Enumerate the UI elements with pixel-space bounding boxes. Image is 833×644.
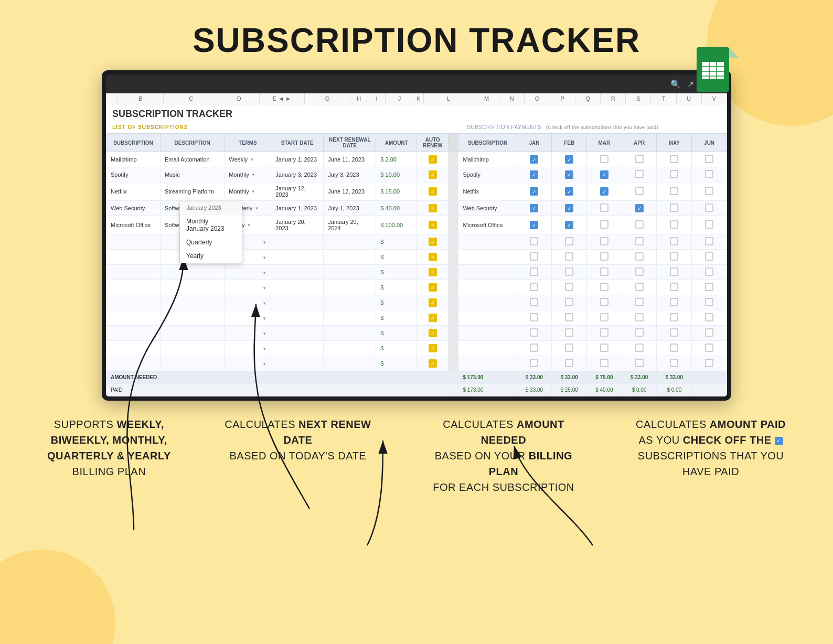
empty-cell-jun[interactable] — [692, 310, 727, 326]
empty-cell-jan[interactable] — [517, 310, 552, 326]
empty-cell-may[interactable] — [657, 341, 692, 356]
dropdown-item-quarterly[interactable]: Quarterly — [180, 235, 242, 249]
checkbox-unchecked[interactable] — [565, 359, 573, 367]
checkbox-checked[interactable]: ✓ — [565, 170, 573, 179]
empty-cell-jun[interactable] — [692, 356, 727, 371]
checkbox-unchecked[interactable] — [705, 283, 713, 291]
checkbox-unchecked[interactable] — [705, 252, 713, 261]
cell-jun[interactable] — [692, 183, 727, 201]
checkbox-unchecked[interactable] — [635, 252, 644, 261]
checkbox-checked[interactable]: ✓ — [565, 155, 573, 164]
empty-cell-feb[interactable] — [552, 295, 587, 310]
checkbox-unchecked[interactable] — [705, 155, 713, 163]
empty-cell-may[interactable] — [657, 326, 692, 341]
checkbox-checked-yellow[interactable]: ✓ — [429, 329, 437, 337]
cell-autorenew[interactable]: ✓ — [417, 216, 448, 234]
checkbox-unchecked[interactable] — [635, 313, 644, 321]
empty-cell-autorenew[interactable]: ✓ — [417, 326, 448, 341]
checkbox-checked[interactable]: ✓ — [565, 221, 573, 229]
cell-autorenew[interactable]: ✓ — [417, 152, 448, 167]
cell-terms[interactable]: Monthly ▼ — [225, 167, 271, 183]
empty-cell-jun[interactable] — [692, 326, 727, 341]
dropdown-popup[interactable]: January 2023 Monthly January 2023 Quarte… — [179, 201, 242, 263]
dropdown-item-monthly[interactable]: Monthly January 2023 — [180, 214, 242, 235]
checkbox-checked-yellow[interactable]: ✓ — [429, 298, 437, 307]
terms-dropdown-arrow[interactable]: ▼ — [262, 331, 266, 336]
terms-dropdown-arrow[interactable]: ▼ — [262, 286, 266, 291]
checkbox-unchecked[interactable] — [670, 359, 678, 367]
terms-dropdown-arrow[interactable]: ▼ — [262, 301, 266, 306]
checkbox-unchecked[interactable] — [565, 237, 573, 245]
checkbox-unchecked[interactable] — [600, 155, 608, 163]
empty-cell-terms[interactable]: ▼ — [225, 326, 271, 341]
checkbox-unchecked[interactable] — [565, 267, 573, 276]
cell-terms[interactable]: Monthly ▼ — [225, 183, 271, 201]
checkbox-unchecked[interactable] — [635, 359, 644, 367]
checkbox-unchecked[interactable] — [635, 220, 644, 229]
checkbox-checked-yellow[interactable]: ✓ — [429, 238, 437, 246]
empty-cell-mar[interactable] — [587, 250, 622, 265]
checkbox-unchecked[interactable] — [530, 313, 538, 321]
terms-dropdown-arrow[interactable]: ▼ — [262, 316, 266, 321]
checkbox-unchecked[interactable] — [635, 155, 644, 163]
checkbox-unchecked[interactable] — [635, 283, 644, 291]
empty-cell-feb[interactable] — [552, 326, 587, 341]
cell-may[interactable] — [657, 216, 692, 234]
checkbox-unchecked[interactable] — [600, 359, 608, 367]
cell-jan[interactable]: ✓ — [517, 216, 552, 234]
empty-cell-feb[interactable] — [552, 265, 587, 280]
empty-cell-apr[interactable] — [622, 265, 657, 280]
checkbox-unchecked[interactable] — [670, 203, 678, 212]
checkbox-checked[interactable]: ✓ — [635, 204, 644, 212]
checkbox-checked[interactable]: ✓ — [530, 221, 538, 229]
empty-cell-feb[interactable] — [552, 356, 587, 371]
checkbox-unchecked[interactable] — [600, 328, 608, 337]
checkbox-checked-yellow[interactable]: ✓ — [429, 155, 437, 164]
checkbox-unchecked[interactable] — [530, 237, 538, 245]
terms-dropdown-arrow[interactable]: ▼ — [262, 240, 266, 245]
checkbox-checked-yellow[interactable]: ✓ — [429, 187, 437, 196]
checkbox-unchecked[interactable] — [705, 328, 713, 337]
checkbox-unchecked[interactable] — [670, 155, 678, 163]
empty-cell-autorenew[interactable]: ✓ — [417, 341, 448, 356]
checkbox-checked[interactable]: ✓ — [530, 155, 538, 164]
empty-cell-may[interactable] — [657, 250, 692, 265]
empty-cell-terms[interactable]: ▼ — [225, 356, 271, 371]
checkbox-unchecked[interactable] — [670, 187, 678, 195]
empty-cell-feb[interactable] — [552, 234, 587, 250]
checkbox-unchecked[interactable] — [635, 328, 644, 337]
empty-cell-autorenew[interactable]: ✓ — [417, 265, 448, 280]
checkbox-unchecked[interactable] — [635, 298, 644, 306]
checkbox-checked[interactable]: ✓ — [600, 170, 608, 179]
checkbox-unchecked[interactable] — [670, 220, 678, 229]
terms-dropdown-arrow[interactable]: ▼ — [254, 206, 259, 211]
cell-apr[interactable]: ✓ — [622, 201, 657, 216]
cell-feb[interactable]: ✓ — [552, 167, 587, 183]
terms-dropdown-arrow[interactable]: ▼ — [247, 223, 251, 228]
empty-cell-jun[interactable] — [692, 265, 727, 280]
checkbox-unchecked[interactable] — [705, 359, 713, 367]
empty-cell-apr[interactable] — [622, 310, 657, 326]
empty-cell-mar[interactable] — [587, 326, 622, 341]
checkbox-checked-yellow[interactable]: ✓ — [429, 204, 437, 212]
empty-cell-jun[interactable] — [692, 295, 727, 310]
cell-jun[interactable] — [692, 216, 727, 234]
checkbox-unchecked[interactable] — [670, 313, 678, 321]
cell-mar[interactable]: ✓ — [587, 183, 622, 201]
checkbox-unchecked[interactable] — [705, 170, 713, 178]
empty-cell-may[interactable] — [657, 356, 692, 371]
cell-mar[interactable] — [587, 216, 622, 234]
search-icon[interactable]: 🔍 — [670, 79, 681, 89]
empty-cell-jun[interactable] — [692, 250, 727, 265]
empty-cell-jan[interactable] — [517, 295, 552, 310]
checkbox-unchecked[interactable] — [635, 237, 644, 245]
empty-cell-mar[interactable] — [587, 295, 622, 310]
checkbox-checked-yellow[interactable]: ✓ — [429, 314, 437, 322]
terms-dropdown-arrow[interactable]: ▼ — [262, 255, 266, 260]
checkbox-unchecked[interactable] — [530, 252, 538, 261]
terms-dropdown-arrow[interactable]: ▼ — [262, 362, 266, 367]
empty-cell-autorenew[interactable]: ✓ — [417, 310, 448, 326]
checkbox-unchecked[interactable] — [705, 203, 713, 212]
checkbox-unchecked[interactable] — [705, 187, 713, 195]
checkbox-unchecked[interactable] — [705, 313, 713, 321]
